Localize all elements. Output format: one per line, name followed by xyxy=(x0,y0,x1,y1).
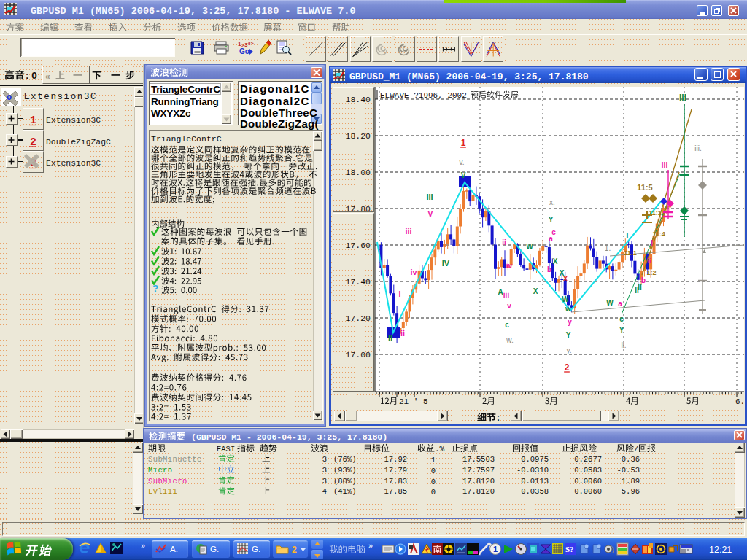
svg-text:Extension3C: Extension3C xyxy=(24,92,97,102)
svg-text:V: V xyxy=(427,209,433,218)
svg-text:11:5: 11:5 xyxy=(637,183,652,192)
svg-text:II: II xyxy=(388,334,392,343)
svg-text:5.96: 5.96 xyxy=(622,487,640,496)
svg-text:ii.: ii. xyxy=(621,341,626,349)
svg-text:G.: G. xyxy=(252,545,260,553)
svg-text:w.: w. xyxy=(506,336,513,344)
svg-text:11:4: 11:4 xyxy=(652,230,665,238)
svg-text:b: b xyxy=(547,265,551,273)
svg-text:i: i xyxy=(651,239,654,247)
svg-text:ii: ii xyxy=(647,257,651,265)
svg-text:-0.0310: -0.0310 xyxy=(516,466,549,475)
svg-text:X: X xyxy=(553,257,558,265)
svg-text:S?: S? xyxy=(565,545,574,553)
svg-text:0.0060: 0.0060 xyxy=(574,477,602,486)
svg-text:: 0: : 0 xyxy=(26,70,37,81)
svg-text:o: o xyxy=(7,93,12,103)
svg-text:EASI: EASI xyxy=(217,445,235,454)
svg-text:v.: v. xyxy=(459,158,464,166)
svg-text:(80%): (80%) xyxy=(333,477,357,486)
svg-text:3: 3 xyxy=(322,466,327,475)
svg-text:17.83: 17.83 xyxy=(384,477,407,486)
svg-text:(GBPUSD_M1 - 2006-04-19, 3:25,: (GBPUSD_M1 - 2006-04-19, 3:25, 17.8180) xyxy=(191,432,387,442)
svg-text:W: W xyxy=(606,299,614,307)
svg-text:v: v xyxy=(507,302,511,310)
svg-text:Extension3C: Extension3C xyxy=(46,116,101,125)
svg-text:W: W xyxy=(562,295,569,303)
svg-text:SubMinuette: SubMinuette xyxy=(148,455,202,464)
svg-text:Y: Y xyxy=(619,326,624,334)
svg-text:DoubleZigZag(: DoubleZigZag( xyxy=(240,117,319,130)
svg-text:Go: Go xyxy=(239,47,249,55)
svg-text:G.: G. xyxy=(210,545,219,553)
svg-text:I: I xyxy=(627,232,629,240)
svg-text:1: 1 xyxy=(461,138,466,148)
svg-text:11:1: 11:1 xyxy=(649,209,662,217)
svg-text:ELWAVE ?1996, 2002: ELWAVE ?1996, 2002 xyxy=(380,91,467,100)
svg-text:Diagonal2C: Diagonal2C xyxy=(240,95,310,107)
svg-text:ii: ii xyxy=(400,329,405,338)
svg-text:IV: IV xyxy=(442,259,450,268)
svg-text:(76%): (76%) xyxy=(333,455,357,464)
svg-text:17.40: 17.40 xyxy=(345,277,371,287)
svg-text:0.0113: 0.0113 xyxy=(521,477,549,486)
svg-text:Lvl111: Lvl111 xyxy=(148,487,177,496)
svg-text:2: 2 xyxy=(292,545,297,555)
svg-text:0.0358: 0.0358 xyxy=(521,487,549,496)
svg-text:Y: Y xyxy=(566,331,571,339)
svg-text:V: V xyxy=(461,171,466,179)
svg-text:1: 1 xyxy=(493,545,498,553)
svg-text:1.: 1. xyxy=(605,244,611,252)
svg-text:?: ? xyxy=(152,283,158,294)
svg-text:17.00: 17.00 xyxy=(345,350,371,359)
svg-text:18.00: 18.00 xyxy=(345,168,371,177)
svg-text:iv: iv xyxy=(410,268,417,276)
svg-text:w: w xyxy=(565,305,571,313)
svg-text:y: y xyxy=(568,318,572,326)
svg-text:/: / xyxy=(634,445,639,454)
svg-text:»: » xyxy=(368,541,373,550)
svg-text:c: c xyxy=(619,315,624,323)
svg-text:iv: iv xyxy=(506,262,513,270)
svg-text:Diagonal1C: Diagonal1C xyxy=(240,82,310,95)
svg-text:17.60: 17.60 xyxy=(345,241,371,250)
svg-text:17.8120: 17.8120 xyxy=(462,487,495,496)
svg-text:TriangleContrC: TriangleContrC xyxy=(151,84,220,95)
svg-text:c: c xyxy=(505,321,509,329)
svg-text:WXYXZc: WXYXZc xyxy=(151,108,191,119)
svg-text:3: 3 xyxy=(322,477,327,486)
svg-text:A.: A. xyxy=(170,545,178,553)
svg-text:0.0583: 0.0583 xyxy=(574,466,602,475)
svg-text:12:21: 12:21 xyxy=(709,545,732,555)
svg-text:X: X xyxy=(533,287,538,295)
svg-text:(41%): (41%) xyxy=(333,487,357,496)
svg-text:21 ' 5: 21 ' 5 xyxy=(399,397,428,406)
svg-text:A: A xyxy=(498,288,503,296)
svg-text:Extension3C: Extension3C xyxy=(46,159,101,168)
svg-text:ii: ii xyxy=(502,238,506,246)
svg-text:»: » xyxy=(141,541,145,550)
svg-text:y.: y. xyxy=(566,346,571,354)
svg-text:Y: Y xyxy=(549,216,554,224)
svg-text:GBPUSD_M1 (MN65) 2006-04-19,: GBPUSD_M1 (MN65) 2006-04-19, 3:25, 17.81… xyxy=(31,6,356,17)
svg-text:II: II xyxy=(638,284,642,292)
svg-text:DoubleZigZagC: DoubleZigZagC xyxy=(46,138,111,147)
svg-text:iii: iii xyxy=(405,227,411,236)
svg-text:17.80: 17.80 xyxy=(345,204,371,214)
svg-text:17.85: 17.85 xyxy=(384,487,407,496)
svg-text:III: III xyxy=(426,192,433,201)
svg-text:0.36: 0.36 xyxy=(622,455,640,464)
svg-text:17.8120: 17.8120 xyxy=(462,477,495,486)
svg-text:-0.53: -0.53 xyxy=(616,466,640,475)
svg-text:0.2677: 0.2677 xyxy=(574,455,602,464)
svg-text:iii.: iii. xyxy=(694,144,701,152)
svg-text:SubMicro: SubMicro xyxy=(148,477,187,486)
svg-text::: : xyxy=(497,413,500,423)
svg-text:17.79: 17.79 xyxy=(384,466,407,475)
svg-text:RunningTriang: RunningTriang xyxy=(151,96,219,107)
svg-text:0: 0 xyxy=(431,488,436,497)
svg-text:17.92: 17.92 xyxy=(384,455,407,464)
svg-text:.%: .% xyxy=(435,445,445,454)
svg-text:18.40: 18.40 xyxy=(345,95,371,104)
svg-text:1.89: 1.89 xyxy=(622,477,640,486)
